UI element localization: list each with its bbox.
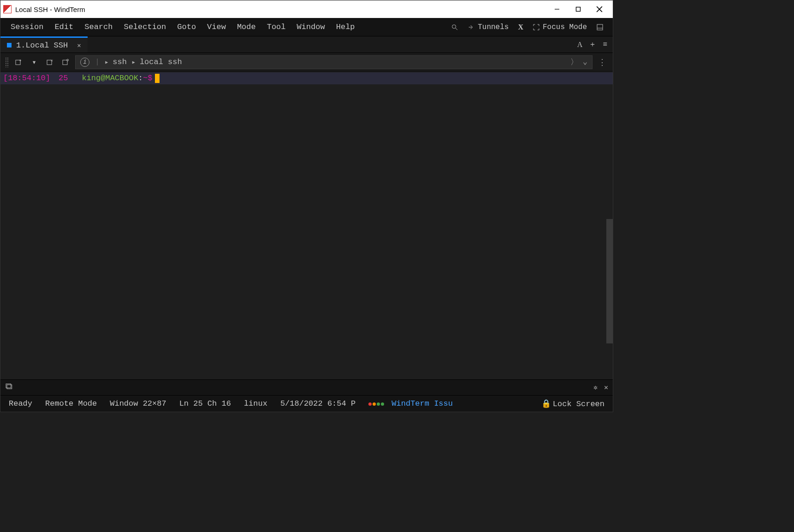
lock-icon: 🔒 xyxy=(541,400,551,408)
tab-label: 1.Local SSH xyxy=(16,41,68,50)
menu-tool[interactable]: Tool xyxy=(261,18,291,36)
scrollbar[interactable] xyxy=(606,219,613,343)
go-icon[interactable]: 〉 xyxy=(570,57,578,67)
tab-bar: 1.Local SSH ✕ A ＋ ≡ xyxy=(0,36,613,53)
user-host-text: king@MACBOOK xyxy=(82,74,138,83)
session-settings-icon[interactable] xyxy=(59,56,71,68)
window-title: Local SSH - WindTerm xyxy=(15,6,85,13)
status-os: linux xyxy=(244,399,267,408)
new-tab-icon[interactable]: ＋ xyxy=(589,40,596,49)
info-icon[interactable]: i xyxy=(80,58,89,67)
lock-screen-button[interactable]: 🔒Lock Screen xyxy=(541,399,604,408)
svg-rect-1 xyxy=(576,7,581,12)
search-icon[interactable] xyxy=(446,24,463,31)
svg-rect-6 xyxy=(597,24,603,30)
prompt-sep: : xyxy=(138,74,143,83)
grip-icon[interactable] xyxy=(5,57,9,67)
tab-menu-icon[interactable]: ≡ xyxy=(603,41,607,49)
svg-rect-11 xyxy=(47,60,52,65)
status-cursor-pos: Ln 25 Ch 16 xyxy=(179,399,231,408)
path-input[interactable]: i | ▶ ssh ▶ local ssh 〉 ⌄ xyxy=(75,55,593,69)
svg-point-4 xyxy=(452,24,456,28)
line-number: 25 xyxy=(50,73,68,84)
window-titlebar: Local SSH - WindTerm xyxy=(0,0,613,18)
path-bar: ▾ i | ▶ ssh ▶ local ssh 〉 ⌄ ⋮ xyxy=(0,53,613,71)
timestamp: [18:54:10] xyxy=(0,73,50,84)
menu-search[interactable]: Search xyxy=(79,18,118,36)
menu-goto[interactable]: Goto xyxy=(172,18,201,36)
status-window-size: Window 22×87 xyxy=(110,399,166,408)
menu-edit[interactable]: Edit xyxy=(49,18,79,36)
separator-icon: | xyxy=(95,58,100,66)
tab-local-ssh[interactable]: 1.Local SSH ✕ xyxy=(0,36,88,53)
triangle-icon: ▶ xyxy=(105,59,108,65)
breadcrumb-seg-1[interactable]: ssh xyxy=(113,58,127,66)
panel-strip: ✲ ✕ xyxy=(0,379,613,395)
svg-line-5 xyxy=(456,28,457,30)
new-session-icon[interactable] xyxy=(12,56,24,68)
tunnels-label: Tunnels xyxy=(478,23,509,31)
close-session-icon[interactable] xyxy=(44,56,56,68)
svg-rect-14 xyxy=(63,60,67,65)
terminal-wrap: [18:54:10] 25 king@MACBOOK:~$ xyxy=(0,71,613,379)
menu-mode[interactable]: Mode xyxy=(231,18,261,36)
chevron-down-icon[interactable]: ⌄ xyxy=(583,57,587,67)
dropdown-icon[interactable]: ▾ xyxy=(28,56,40,68)
menu-help[interactable]: Help xyxy=(331,18,361,36)
prompt-cwd: ~ xyxy=(143,74,148,83)
status-datetime: 5/18/2022 6:54 P xyxy=(280,399,356,408)
status-ready: Ready xyxy=(9,399,32,408)
menu-selection[interactable]: Selection xyxy=(118,18,172,36)
status-remote-mode[interactable]: Remote Mode xyxy=(45,399,97,408)
maximize-button[interactable] xyxy=(568,0,589,18)
menu-window[interactable]: Window xyxy=(291,18,331,36)
svg-rect-8 xyxy=(16,60,20,65)
worm-icon xyxy=(368,402,384,406)
prompt-line: [18:54:10] 25 king@MACBOOK:~$ xyxy=(0,72,613,84)
settings-gear-icon[interactable]: ✲ xyxy=(593,383,598,392)
windows-icon[interactable] xyxy=(5,383,12,392)
focus-mode-label: Focus Mode xyxy=(543,23,587,31)
app-icon xyxy=(3,5,12,13)
menu-bar: Session Edit Search Selection Goto View … xyxy=(0,18,613,36)
more-icon[interactable]: ⋮ xyxy=(596,57,608,67)
lock-label: Lock Screen xyxy=(553,400,604,408)
close-button[interactable] xyxy=(589,0,610,18)
menu-session[interactable]: Session xyxy=(5,18,49,36)
prompt-dollar: $ xyxy=(148,74,152,83)
font-button[interactable]: A xyxy=(577,41,583,49)
focus-mode-button[interactable]: Focus Mode xyxy=(528,23,592,31)
tunnels-button[interactable]: Tunnels xyxy=(463,23,513,31)
x-tool-button[interactable]: X xyxy=(513,23,528,31)
tab-close-icon[interactable]: ✕ xyxy=(72,41,81,49)
panel-close-icon[interactable]: ✕ xyxy=(604,383,608,392)
status-bar: Ready Remote Mode Window 22×87 Ln 25 Ch … xyxy=(0,395,613,412)
breadcrumb-seg-2[interactable]: local ssh xyxy=(140,58,182,66)
cursor-icon xyxy=(155,74,160,83)
panel-toggle-icon[interactable] xyxy=(592,24,608,31)
issue-link-text: WindTerm Issu xyxy=(391,399,453,408)
status-issue-link[interactable]: WindTerm Issu xyxy=(368,399,453,408)
tab-active-indicator-icon xyxy=(7,43,12,47)
minimize-button[interactable] xyxy=(546,0,568,18)
terminal[interactable]: [18:54:10] 25 king@MACBOOK:~$ xyxy=(0,71,613,379)
triangle-icon: ▶ xyxy=(132,59,135,65)
menu-view[interactable]: View xyxy=(201,18,231,36)
prompt-user-host: king@MACBOOK:~$ xyxy=(68,73,152,84)
